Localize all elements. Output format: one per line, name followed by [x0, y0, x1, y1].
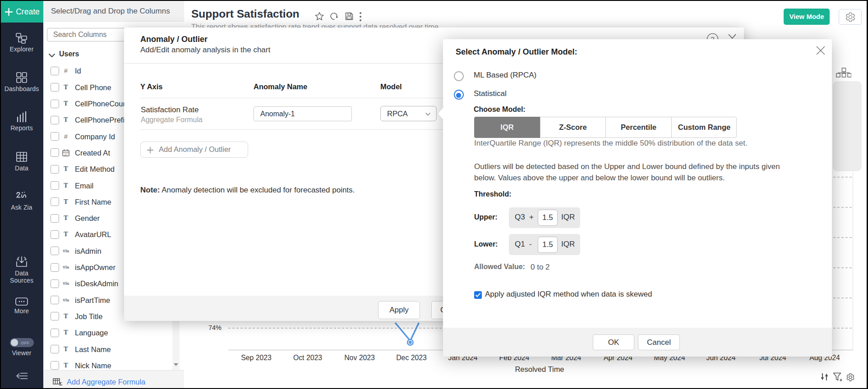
svg-text:17: 17 [64, 152, 68, 156]
svg-text:Σ: Σ [59, 381, 62, 386]
